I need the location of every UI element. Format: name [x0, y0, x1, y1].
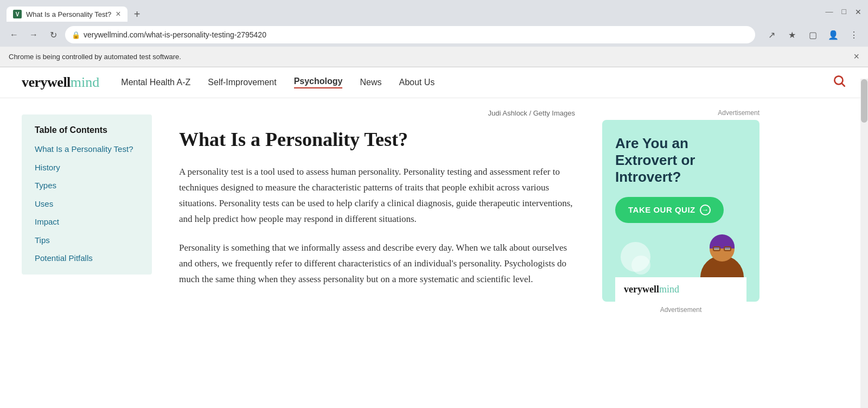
profile-icon[interactable]: 👤	[826, 27, 841, 42]
maximize-button[interactable]: □	[842, 8, 846, 16]
ad-label-bottom: Advertisement	[602, 306, 760, 314]
ad-logo-verywell: verywell	[624, 284, 659, 295]
person-head	[710, 237, 735, 262]
site-header: verywell mind Mental Health A-Z Self-Imp…	[0, 67, 868, 98]
page-wrapper: verywell mind Mental Health A-Z Self-Imp…	[0, 67, 868, 324]
notification-text: Chrome is being controlled by automated …	[9, 53, 181, 61]
notification-close-button[interactable]: ×	[853, 51, 859, 62]
search-icon[interactable]	[832, 74, 846, 91]
share-icon[interactable]: ↗	[764, 27, 779, 42]
toc-item-7[interactable]: Potential Pitfalls	[35, 253, 139, 264]
logo-verywell: verywell	[22, 74, 71, 91]
quiz-button[interactable]: TAKE OUR QUIZ →	[615, 197, 724, 223]
nav-psychology[interactable]: Psychology	[294, 76, 343, 88]
image-credit: Judi Ashlock / Getty Images	[179, 109, 575, 117]
tab-favicon: V	[13, 10, 22, 18]
toc-item-3[interactable]: Types	[35, 180, 139, 191]
back-button[interactable]: ←	[7, 27, 22, 42]
address-bar[interactable]: 🔒 verywellmind.com/what-is-personality-t…	[65, 26, 755, 43]
nav-news[interactable]: News	[360, 78, 381, 87]
close-button[interactable]: ✕	[855, 8, 861, 17]
window-controls: — □ ✕	[826, 8, 861, 21]
address-bar-row: ← → ↻ 🔒 verywellmind.com/what-is-persona…	[0, 24, 868, 47]
ad-label-top: Advertisement	[602, 109, 760, 117]
scrollbar-thumb[interactable]	[861, 79, 867, 123]
refresh-button[interactable]: ↻	[46, 27, 61, 42]
ad-logo-mind: mind	[659, 284, 679, 295]
article-title: What Is a Personality Test?	[179, 128, 575, 151]
title-bar: V What Is a Personality Test? × + — □ ✕	[0, 0, 868, 24]
ad-title: Are You an Extrovert or Introvert?	[615, 135, 746, 186]
quiz-button-label: TAKE OUR QUIZ	[628, 205, 695, 214]
toc-item-4[interactable]: Uses	[35, 199, 139, 209]
speech-bubble-small	[631, 256, 650, 275]
forward-button[interactable]: →	[26, 27, 41, 42]
ad-illustration	[615, 234, 746, 277]
glasses-left	[713, 246, 720, 251]
article-paragraph-2: Personality is something that we informa…	[179, 240, 575, 288]
toc-item-5[interactable]: Impact	[35, 216, 139, 227]
toc-title: Table of Contents	[35, 125, 139, 135]
main-content: Table of Contents What Is a Personality …	[0, 98, 868, 324]
ad-box: Are You an Extrovert or Introvert? TAKE …	[602, 120, 760, 302]
person-illustration	[698, 234, 746, 277]
nav-mental-health[interactable]: Mental Health A-Z	[121, 78, 190, 87]
glasses-right	[724, 246, 731, 251]
nav-about-us[interactable]: About Us	[399, 78, 435, 87]
toc-item-1[interactable]: What Is a Personality Test?	[35, 144, 139, 155]
article-paragraph-1: A personality test is a tool used to ass…	[179, 164, 575, 227]
ad-sidebar: Advertisement Are You an Extrovert or In…	[597, 98, 770, 324]
article-area: Judi Ashlock / Getty Images What Is a Pe…	[163, 98, 597, 324]
person-body	[700, 256, 744, 277]
ad-logo-bar: verywell mind	[615, 277, 746, 302]
main-nav: Mental Health A-Z Self-Improvement Psych…	[121, 76, 435, 88]
quiz-arrow-icon: →	[700, 205, 711, 215]
toc-item-6[interactable]: Tips	[35, 235, 139, 246]
article-body: A personality test is a tool used to ass…	[179, 164, 575, 287]
sidebar-toggle-icon[interactable]: ▢	[805, 27, 820, 42]
address-bar-actions: ↗ ★ ▢ 👤 ⋮	[764, 27, 861, 42]
browser-tab[interactable]: V What Is a Personality Test? ×	[7, 7, 127, 22]
lock-icon: 🔒	[72, 31, 80, 39]
scrollbar-track[interactable]	[860, 79, 868, 324]
bookmark-icon[interactable]: ★	[784, 27, 800, 42]
tab-title: What Is a Personality Test?	[26, 10, 111, 18]
svg-line-1	[842, 84, 845, 86]
menu-icon[interactable]: ⋮	[846, 27, 861, 42]
url-text: verywellmind.com/what-is-personality-tes…	[84, 30, 266, 39]
nav-self-improvement[interactable]: Self-Improvement	[208, 78, 276, 87]
toc-box: Table of Contents What Is a Personality …	[22, 114, 152, 275]
toc-sidebar: Table of Contents What Is a Personality …	[0, 98, 163, 324]
browser-window: V What Is a Personality Test? × + — □ ✕ …	[0, 0, 868, 47]
tab-close-button[interactable]: ×	[116, 10, 120, 18]
notification-bar: Chrome is being controlled by automated …	[0, 47, 868, 67]
minimize-button[interactable]: —	[826, 8, 833, 16]
new-tab-button[interactable]: +	[130, 7, 145, 22]
toc-item-2[interactable]: History	[35, 162, 139, 173]
logo-mind: mind	[71, 74, 99, 91]
site-logo[interactable]: verywell mind	[22, 74, 99, 91]
